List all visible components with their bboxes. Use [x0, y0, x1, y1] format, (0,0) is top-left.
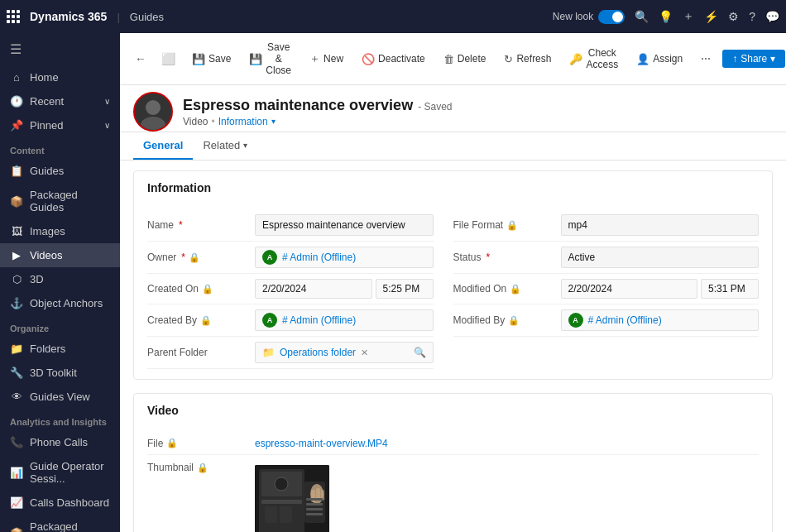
save-close-button[interactable]: 💾 Save & Close [242, 38, 298, 79]
sidebar-item-pinned[interactable]: 📌 Pinned ∨ [0, 113, 120, 137]
tab-general[interactable]: General [133, 132, 193, 160]
file-link[interactable]: espresso-maint-overview.MP4 [255, 438, 388, 449]
related-chevron: ▾ [243, 141, 247, 150]
created-on-row: Created On 🔒 2/20/2024 5:25 PM [147, 274, 434, 304]
add-icon[interactable]: ＋ [683, 9, 694, 24]
search-icon[interactable]: 🔍 [635, 10, 649, 23]
save-button[interactable]: 💾 Save [185, 50, 237, 69]
sidebar-item-images[interactable]: 🖼 Images [0, 219, 120, 243]
sidebar-hamburger[interactable]: ☰ [0, 33, 120, 65]
owner-field[interactable]: A # Admin (Offline) [255, 247, 434, 268]
thumbnail-value: Open [255, 462, 759, 532]
modified-by-link[interactable]: # Admin (Offline) [588, 314, 662, 326]
sidebar-item-3d[interactable]: ⬡ 3D [0, 267, 120, 291]
tab-related[interactable]: Related ▾ [193, 132, 257, 160]
help-icon[interactable]: ? [749, 10, 755, 23]
svg-point-1 [146, 100, 161, 115]
assign-button[interactable]: 👤 Assign [630, 50, 689, 69]
share-icon: ↑ [732, 53, 737, 65]
deactivate-button[interactable]: 🚫 Deactivate [355, 50, 432, 69]
record-avatar [133, 92, 173, 132]
video-section-header: Video [147, 404, 759, 422]
parent-folder-value: 📁 Operations folder ✕ 🔍 [255, 342, 434, 363]
sidebar-item-packaged-guides[interactable]: 📦 Packaged Guides [0, 183, 120, 219]
folder-search-icon[interactable]: 🔍 [414, 347, 426, 358]
modified-by-field[interactable]: A # Admin (Offline) [561, 309, 760, 331]
record-type: Video [183, 116, 208, 127]
dashboard-icon: 📈 [10, 496, 23, 509]
created-on-label: Created On 🔒 [147, 283, 255, 295]
new-button[interactable]: ＋ New [303, 48, 350, 69]
created-by-field[interactable]: A # Admin (Offline) [255, 309, 434, 331]
file-label: File 🔒 [147, 438, 255, 449]
settings-icon[interactable]: ⚙ [728, 10, 739, 23]
new-look-toggle[interactable]: New look [553, 10, 625, 24]
lightbulb-icon[interactable]: 💡 [659, 10, 673, 23]
folder-remove-button[interactable]: ✕ [361, 347, 368, 358]
sidebar-item-packaged-guides-op[interactable]: 📦 Packaged Guides Op... [0, 515, 120, 532]
share-button[interactable]: ↑ Share ▾ [722, 50, 785, 68]
owner-label: Owner * 🔒 [147, 252, 255, 263]
created-by-link[interactable]: # Admin (Offline) [282, 314, 356, 326]
app-name: Dynamics 365 [30, 10, 107, 23]
new-look-pill[interactable] [598, 10, 625, 24]
modified-by-value: A # Admin (Offline) [561, 309, 760, 331]
folder-icon: 📁 [262, 347, 275, 358]
svg-rect-17 [306, 508, 323, 510]
file-format-row: File Format 🔒 mp4 [453, 209, 760, 242]
home-icon: ⌂ [10, 71, 23, 84]
lock-icon: 🔒 [189, 252, 200, 263]
lock-icon: 🔒 [508, 315, 520, 326]
filter-icon[interactable]: ⚡ [704, 10, 718, 23]
form-left-column: Name * Espresso maintenance overview [147, 209, 453, 369]
delete-button[interactable]: 🗑 Delete [437, 50, 493, 69]
modified-on-date: 2/20/2024 [561, 279, 698, 299]
back-button[interactable]: ← [130, 49, 151, 69]
sidebar-item-guide-operator[interactable]: 📊 Guide Operator Sessi... [0, 454, 120, 491]
pin-icon: 📌 [10, 119, 23, 132]
svg-rect-18 [306, 513, 323, 515]
folders-icon: 📁 [10, 343, 23, 355]
svg-rect-16 [306, 503, 323, 506]
sidebar-item-recent[interactable]: 🕐 Recent ∨ [0, 89, 120, 113]
folder-name: Operations folder [280, 347, 356, 358]
phone-icon: 📞 [10, 436, 23, 448]
sidebar-item-3d-toolkit[interactable]: 🔧 3D Toolkit [0, 361, 120, 385]
more-button[interactable]: ⋯ [694, 50, 717, 68]
created-by-value: A # Admin (Offline) [255, 309, 434, 331]
modified-by-avatar: A [568, 313, 583, 328]
chat-icon[interactable]: 💬 [765, 10, 779, 23]
sidebar-item-guides-view[interactable]: 👁 Guides View [0, 385, 120, 409]
file-value: espresso-maint-overview.MP4 [255, 437, 759, 449]
refresh-button[interactable]: ↻ Refresh [497, 50, 558, 69]
lock-icon: 🔒 [510, 284, 521, 295]
created-by-label: Created By 🔒 [147, 314, 255, 326]
sidebar-item-videos[interactable]: ▶ Videos [0, 243, 120, 267]
save-close-icon: 💾 [249, 53, 262, 65]
sidebar-item-guides[interactable]: 📋 Guides [0, 159, 120, 183]
lock-icon: 🔒 [202, 284, 213, 295]
thumbnail-label: Thumbnail 🔒 [147, 462, 255, 473]
sidebar-item-home[interactable]: ⌂ Home [0, 65, 120, 89]
sidebar-item-phone-calls[interactable]: 📞 Phone Calls [0, 430, 120, 454]
sidebar-item-calls-dashboard[interactable]: 📈 Calls Dashboard [0, 491, 120, 515]
owner-link[interactable]: # Admin (Offline) [282, 252, 356, 263]
owner-avatar: A [262, 250, 277, 265]
packaged-guides-icon: 📦 [10, 195, 23, 208]
check-access-button[interactable]: 🔑 Check Access [563, 44, 625, 74]
form-area: Information Name * Espresso m [120, 161, 786, 532]
created-on-datetime: 2/20/2024 5:25 PM [255, 279, 434, 299]
sidebar-item-object-anchors[interactable]: ⚓ Object Anchors [0, 291, 120, 315]
name-input[interactable]: Espresso maintenance overview [255, 214, 434, 236]
view-icon: 👁 [10, 391, 23, 403]
modified-by-row: Modified By 🔒 A # Admin (Offline) [453, 304, 760, 337]
lock-icon: 🔒 [506, 220, 518, 231]
restore-button[interactable]: ⬜ [156, 49, 180, 69]
information-section-header: Information [147, 181, 759, 199]
parent-folder-field[interactable]: 📁 Operations folder ✕ 🔍 [255, 342, 434, 363]
analytics-section-label: Analytics and Insights [0, 409, 120, 430]
app-grid-icon[interactable] [7, 10, 20, 23]
guides-icon: 📋 [10, 165, 23, 177]
sidebar-item-folders[interactable]: 📁 Folders [0, 337, 120, 361]
record-section-link[interactable]: Information [218, 116, 268, 127]
